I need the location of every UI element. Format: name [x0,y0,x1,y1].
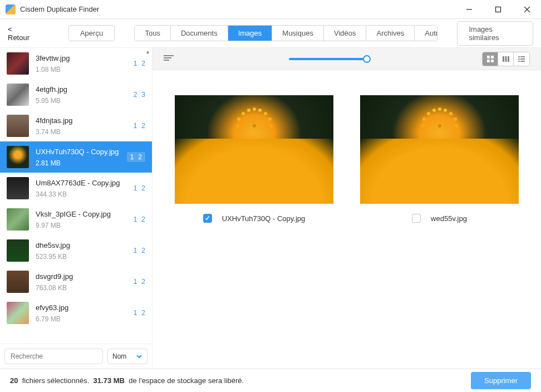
duplicate-badges: 12 [134,122,145,130]
duplicate-badges: 12 [134,60,145,67]
view-columns-button[interactable] [498,52,514,66]
list-item[interactable]: 4etgfh.jpg5.95 MB23 [0,79,152,110]
preview-filename: wed55v.jpg [431,214,467,223]
view-mode-tabs [482,52,530,66]
toolbar: < Retour Aperçu TousDocumentsImagesMusiq… [0,19,541,48]
sort-select-label: Nom [112,352,126,360]
similar-images-button[interactable]: Images similaires [457,21,533,46]
list-item[interactable]: Um8AX7763dE - Copy.jpg344.33 KB12 [0,173,152,204]
preview-image[interactable] [360,95,519,204]
badge-selected: 1 [134,122,137,130]
chevron-down-icon [136,353,142,360]
main: ▲ 3fevttw.jpg1.08 MB124etgfh.jpg5.95 MB2… [0,48,541,369]
minimize-button[interactable] [461,2,478,17]
list-item[interactable]: Vkslr_3pIGE - Copy.jpg9.97 MB12 [0,204,152,235]
thumbnail [7,84,29,106]
zoom-slider-thumb[interactable] [363,55,371,63]
file-list[interactable]: 3fevttw.jpg1.08 MB124etgfh.jpg5.95 MB234… [0,48,152,344]
preview-card: wed55v.jpg [360,95,519,223]
close-button[interactable] [519,2,535,17]
svg-rect-15 [518,61,520,62]
selected-count: 20 [10,376,18,385]
item-name: Um8AX7763dE - Copy.jpg [36,179,134,187]
preview-toggle-button[interactable]: Aperçu [68,25,115,41]
item-name: dhe5sv.jpg [36,241,134,249]
badge-selected: 1 [134,309,137,317]
tab-documents[interactable]: Documents [171,26,228,41]
preview-toolbar [153,48,541,70]
badge-selected: 1 [134,215,137,223]
thumbnail [7,239,29,262]
list-item[interactable]: 4fdnjtas.jpg3.74 MB12 [0,110,152,141]
thumbnail [7,271,29,293]
category-tabs: TousDocumentsImagesMusiquesVidéosArchive… [134,25,437,41]
sidebar: ▲ 3fevttw.jpg1.08 MB124etgfh.jpg5.95 MB2… [0,48,153,369]
list-item[interactable]: dsvgrd9.jpg763.08 KB12 [0,266,152,297]
badge-total: 2 [141,215,145,223]
back-button[interactable]: < Retour [8,25,34,42]
zoom-slider[interactable] [289,58,367,60]
preview-panel: UXHvTuh730Q - Copy.jpgwed55v.jpg [153,48,541,369]
select-checkbox[interactable] [203,214,212,223]
tab-autres[interactable]: Autres [415,26,437,41]
svg-rect-10 [508,56,509,62]
item-size: 5.95 MB [36,97,134,105]
svg-rect-5 [491,56,494,58]
list-item[interactable]: 3fevttw.jpg1.08 MB12 [0,48,152,79]
titlebar: Cisdem Duplicate Finder [0,0,541,19]
badge-total: 2 [141,278,145,286]
view-grid-button[interactable] [483,52,498,66]
item-size: 344.33 KB [36,190,134,198]
item-size: 523.95 KB [36,253,134,261]
list-item[interactable]: efvy63.jpg6.79 MB12 [0,297,152,329]
svg-rect-14 [520,58,525,60]
tab-archives[interactable]: Archives [366,26,415,41]
svg-rect-12 [520,56,525,57]
badge-total: 2 [138,153,142,161]
list-item[interactable]: dhe5sv.jpg523.95 KB12 [0,235,152,266]
badge-selected: 2 [134,91,137,99]
duplicate-badges: 23 [134,91,145,99]
item-name: UXHvTuh730Q - Copy.jpg [36,148,127,156]
tab-vidéos[interactable]: Vidéos [324,26,367,41]
preview-filename: UXHvTuh730Q - Copy.jpg [222,214,306,223]
view-list-button[interactable] [514,52,529,66]
svg-rect-16 [520,61,525,62]
thumbnail [7,208,29,231]
item-size: 6.79 MB [36,315,134,323]
svg-rect-1 [496,7,501,12]
svg-rect-9 [505,56,506,62]
item-name: Vkslr_3pIGE - Copy.jpg [36,210,134,218]
preview-image[interactable] [175,95,333,204]
preview-grid: UXHvTuh730Q - Copy.jpgwed55v.jpg [153,70,541,369]
select-checkbox[interactable] [412,214,421,223]
preview-card: UXHvTuh730Q - Copy.jpg [175,95,333,223]
svg-rect-7 [491,60,494,62]
item-name: efvy63.jpg [36,303,134,312]
duplicate-badges: 12 [134,278,145,286]
tab-tous[interactable]: Tous [135,26,170,41]
list-item[interactable]: UXHvTuh730Q - Copy.jpg2.81 MB12 [0,141,152,173]
duplicate-badges: 12 [127,152,145,162]
delete-button[interactable]: Supprimer [471,372,531,389]
search-input[interactable] [4,349,103,364]
badge-selected: 1 [134,247,137,254]
svg-rect-6 [487,60,490,62]
sort-icon[interactable] [164,55,174,63]
badge-total: 3 [141,91,145,99]
tab-musiques[interactable]: Musiques [272,26,324,41]
thumbnail [7,302,29,324]
item-info: 4fdnjtas.jpg3.74 MB [36,116,134,136]
item-info: dhe5sv.jpg523.95 KB [36,241,134,261]
thumbnail [7,115,29,137]
preview-card-row: wed55v.jpg [412,214,467,223]
item-size: 9.97 MB [36,222,134,229]
footer-text: 20 fichiers sélectionnés. 31.73 MB de l'… [10,376,244,385]
maximize-button[interactable] [490,2,506,17]
item-size: 2.81 MB [36,159,127,167]
duplicate-badges: 12 [134,309,145,317]
sidebar-footer: Nom [0,344,152,369]
sort-select[interactable]: Nom [107,349,147,364]
item-size: 3.74 MB [36,128,134,136]
tab-images[interactable]: Images [228,26,273,41]
